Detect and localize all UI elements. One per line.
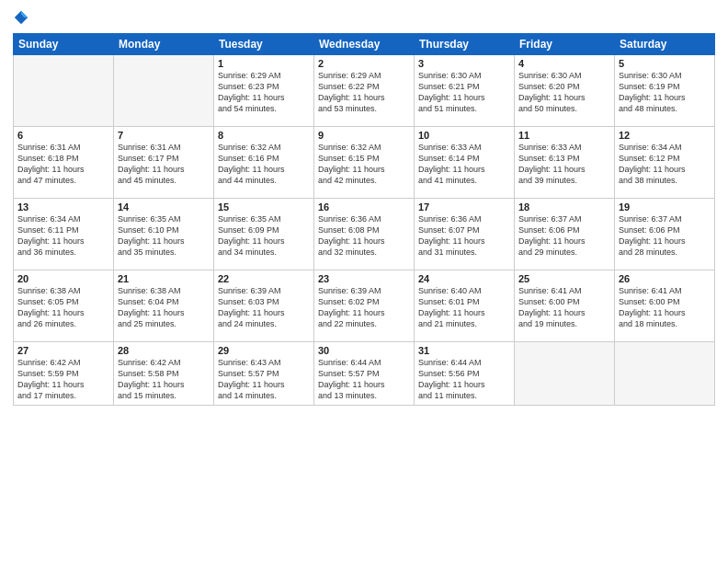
day-cell: 31Sunrise: 6:44 AMSunset: 5:56 PMDayligh… bbox=[415, 342, 515, 406]
logo bbox=[13, 9, 31, 26]
day-cell: 13Sunrise: 6:34 AMSunset: 6:11 PMDayligh… bbox=[14, 199, 114, 270]
day-cell: 5Sunrise: 6:30 AMSunset: 6:19 PMDaylight… bbox=[615, 55, 715, 127]
day-number: 3 bbox=[418, 58, 510, 69]
day-number: 9 bbox=[318, 130, 410, 141]
day-info: Sunrise: 6:44 AMSunset: 5:56 PMDaylight:… bbox=[418, 357, 510, 402]
day-info: Sunrise: 6:30 AMSunset: 6:20 PMDaylight:… bbox=[518, 70, 610, 115]
day-info: Sunrise: 6:37 AMSunset: 6:06 PMDaylight:… bbox=[518, 213, 610, 259]
day-cell: 29Sunrise: 6:43 AMSunset: 5:57 PMDayligh… bbox=[214, 342, 314, 406]
day-info: Sunrise: 6:44 AMSunset: 5:57 PMDaylight:… bbox=[318, 357, 410, 402]
day-info: Sunrise: 6:29 AMSunset: 6:22 PMDaylight:… bbox=[318, 70, 410, 115]
day-cell: 9Sunrise: 6:32 AMSunset: 6:15 PMDaylight… bbox=[314, 127, 415, 199]
day-number: 30 bbox=[318, 345, 410, 356]
day-cell bbox=[14, 55, 114, 127]
day-number: 12 bbox=[619, 130, 711, 141]
day-info: Sunrise: 6:29 AMSunset: 6:23 PMDaylight:… bbox=[218, 70, 310, 115]
day-number: 29 bbox=[218, 345, 310, 356]
day-number: 25 bbox=[518, 273, 610, 284]
day-number: 23 bbox=[318, 273, 410, 284]
day-number: 21 bbox=[118, 273, 210, 284]
day-number: 14 bbox=[118, 201, 210, 213]
calendar: SundayMondayTuesdayWednesdayThursdayFrid… bbox=[13, 33, 715, 406]
day-cell: 3Sunrise: 6:30 AMSunset: 6:21 PMDaylight… bbox=[415, 55, 515, 127]
week-row-1: 1Sunrise: 6:29 AMSunset: 6:23 PMDaylight… bbox=[14, 55, 715, 127]
day-info: Sunrise: 6:31 AMSunset: 6:18 PMDaylight:… bbox=[17, 142, 109, 187]
day-number: 16 bbox=[318, 201, 410, 213]
col-header-saturday: Saturday bbox=[615, 34, 715, 55]
day-number: 17 bbox=[418, 201, 510, 213]
day-info: Sunrise: 6:38 AMSunset: 6:05 PMDaylight:… bbox=[17, 285, 109, 330]
day-number: 5 bbox=[619, 58, 711, 69]
day-cell: 20Sunrise: 6:38 AMSunset: 6:05 PMDayligh… bbox=[14, 270, 114, 342]
day-info: Sunrise: 6:35 AMSunset: 6:09 PMDaylight:… bbox=[218, 213, 310, 259]
day-cell: 26Sunrise: 6:41 AMSunset: 6:00 PMDayligh… bbox=[615, 270, 715, 342]
day-cell bbox=[114, 55, 214, 127]
day-cell: 22Sunrise: 6:39 AMSunset: 6:03 PMDayligh… bbox=[214, 270, 314, 342]
day-number: 2 bbox=[318, 58, 410, 69]
day-cell: 30Sunrise: 6:44 AMSunset: 5:57 PMDayligh… bbox=[314, 342, 415, 406]
week-row-2: 6Sunrise: 6:31 AMSunset: 6:18 PMDaylight… bbox=[14, 127, 715, 199]
day-info: Sunrise: 6:39 AMSunset: 6:03 PMDaylight:… bbox=[218, 285, 310, 330]
day-number: 6 bbox=[17, 130, 109, 141]
day-cell: 24Sunrise: 6:40 AMSunset: 6:01 PMDayligh… bbox=[415, 270, 515, 342]
day-cell: 25Sunrise: 6:41 AMSunset: 6:00 PMDayligh… bbox=[515, 270, 615, 342]
col-header-monday: Monday bbox=[114, 34, 214, 55]
day-info: Sunrise: 6:30 AMSunset: 6:19 PMDaylight:… bbox=[619, 70, 711, 115]
day-number: 1 bbox=[218, 58, 310, 69]
day-info: Sunrise: 6:40 AMSunset: 6:01 PMDaylight:… bbox=[418, 285, 510, 330]
day-number: 27 bbox=[17, 345, 109, 356]
col-header-wednesday: Wednesday bbox=[314, 34, 415, 55]
day-info: Sunrise: 6:41 AMSunset: 6:00 PMDaylight:… bbox=[518, 285, 610, 330]
col-header-thursday: Thursday bbox=[415, 34, 515, 55]
day-cell: 17Sunrise: 6:36 AMSunset: 6:07 PMDayligh… bbox=[415, 199, 515, 270]
day-number: 28 bbox=[118, 345, 210, 356]
day-cell: 11Sunrise: 6:33 AMSunset: 6:13 PMDayligh… bbox=[515, 127, 615, 199]
page: SundayMondayTuesdayWednesdayThursdayFrid… bbox=[0, 0, 728, 563]
day-info: Sunrise: 6:39 AMSunset: 6:02 PMDaylight:… bbox=[318, 285, 410, 330]
week-row-3: 13Sunrise: 6:34 AMSunset: 6:11 PMDayligh… bbox=[14, 199, 715, 270]
day-number: 20 bbox=[17, 273, 109, 284]
day-info: Sunrise: 6:32 AMSunset: 6:16 PMDaylight:… bbox=[218, 142, 310, 187]
day-number: 24 bbox=[418, 273, 510, 284]
day-cell: 14Sunrise: 6:35 AMSunset: 6:10 PMDayligh… bbox=[114, 199, 214, 270]
day-cell: 15Sunrise: 6:35 AMSunset: 6:09 PMDayligh… bbox=[214, 199, 314, 270]
day-info: Sunrise: 6:41 AMSunset: 6:00 PMDaylight:… bbox=[619, 285, 711, 330]
day-info: Sunrise: 6:34 AMSunset: 6:11 PMDaylight:… bbox=[17, 213, 109, 259]
day-cell: 23Sunrise: 6:39 AMSunset: 6:02 PMDayligh… bbox=[314, 270, 415, 342]
day-cell: 1Sunrise: 6:29 AMSunset: 6:23 PMDaylight… bbox=[214, 55, 314, 127]
day-cell: 21Sunrise: 6:38 AMSunset: 6:04 PMDayligh… bbox=[114, 270, 214, 342]
day-info: Sunrise: 6:33 AMSunset: 6:14 PMDaylight:… bbox=[418, 142, 510, 187]
day-info: Sunrise: 6:42 AMSunset: 5:58 PMDaylight:… bbox=[118, 357, 210, 402]
day-cell bbox=[515, 342, 615, 406]
day-cell: 27Sunrise: 6:42 AMSunset: 5:59 PMDayligh… bbox=[14, 342, 114, 406]
day-number: 31 bbox=[418, 345, 510, 356]
day-info: Sunrise: 6:42 AMSunset: 5:59 PMDaylight:… bbox=[17, 357, 109, 402]
day-info: Sunrise: 6:38 AMSunset: 6:04 PMDaylight:… bbox=[118, 285, 210, 330]
day-number: 13 bbox=[17, 201, 109, 213]
col-header-tuesday: Tuesday bbox=[214, 34, 314, 55]
day-number: 4 bbox=[518, 58, 610, 69]
day-info: Sunrise: 6:34 AMSunset: 6:12 PMDaylight:… bbox=[619, 142, 711, 187]
day-cell: 7Sunrise: 6:31 AMSunset: 6:17 PMDaylight… bbox=[114, 127, 214, 199]
day-cell: 28Sunrise: 6:42 AMSunset: 5:58 PMDayligh… bbox=[114, 342, 214, 406]
week-row-5: 27Sunrise: 6:42 AMSunset: 5:59 PMDayligh… bbox=[14, 342, 715, 406]
day-cell: 16Sunrise: 6:36 AMSunset: 6:08 PMDayligh… bbox=[314, 199, 415, 270]
day-number: 26 bbox=[619, 273, 711, 284]
day-info: Sunrise: 6:32 AMSunset: 6:15 PMDaylight:… bbox=[318, 142, 410, 187]
day-info: Sunrise: 6:30 AMSunset: 6:21 PMDaylight:… bbox=[418, 70, 510, 115]
logo-icon bbox=[13, 9, 29, 26]
day-cell: 4Sunrise: 6:30 AMSunset: 6:20 PMDaylight… bbox=[515, 55, 615, 127]
day-info: Sunrise: 6:43 AMSunset: 5:57 PMDaylight:… bbox=[218, 357, 310, 402]
day-number: 10 bbox=[418, 130, 510, 141]
day-info: Sunrise: 6:35 AMSunset: 6:10 PMDaylight:… bbox=[118, 213, 210, 259]
day-number: 18 bbox=[518, 201, 610, 213]
day-cell: 12Sunrise: 6:34 AMSunset: 6:12 PMDayligh… bbox=[615, 127, 715, 199]
day-number: 22 bbox=[218, 273, 310, 284]
day-cell: 8Sunrise: 6:32 AMSunset: 6:16 PMDaylight… bbox=[214, 127, 314, 199]
day-cell: 6Sunrise: 6:31 AMSunset: 6:18 PMDaylight… bbox=[14, 127, 114, 199]
day-number: 19 bbox=[619, 201, 711, 213]
day-info: Sunrise: 6:33 AMSunset: 6:13 PMDaylight:… bbox=[518, 142, 610, 187]
day-cell: 10Sunrise: 6:33 AMSunset: 6:14 PMDayligh… bbox=[415, 127, 515, 199]
day-info: Sunrise: 6:31 AMSunset: 6:17 PMDaylight:… bbox=[118, 142, 210, 187]
day-cell bbox=[615, 342, 715, 406]
